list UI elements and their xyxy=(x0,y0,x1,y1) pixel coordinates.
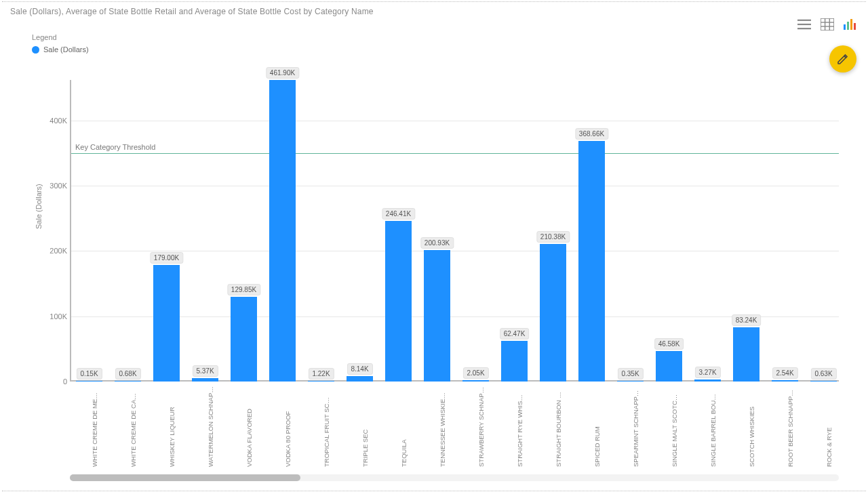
x-axis-labels: WHITE CREME DE ME…WHITE CREME DE CA…WHIS… xyxy=(70,386,839,474)
toolbar xyxy=(797,17,858,32)
bar-slot: 83.24K xyxy=(727,80,766,382)
bar-slot: 2.05K xyxy=(456,80,495,382)
list-icon[interactable] xyxy=(797,17,812,32)
svg-rect-10 xyxy=(850,19,852,30)
bar-slot: 46.58K xyxy=(650,80,688,382)
svg-rect-3 xyxy=(821,18,834,30)
bar[interactable]: 2.05K xyxy=(462,380,489,382)
bar-value-label: 200.93K xyxy=(420,237,454,249)
svg-rect-11 xyxy=(854,23,856,30)
bar-slot: 0.68K xyxy=(108,80,147,382)
svg-rect-1 xyxy=(797,24,811,25)
bar-slot: 62.47K xyxy=(495,80,534,382)
bar-slot: 0.15K xyxy=(70,80,108,382)
bar[interactable]: 46.58K xyxy=(656,351,682,382)
bar[interactable]: 2.54K xyxy=(772,380,798,382)
bar[interactable]: 179.00K xyxy=(153,265,180,382)
svg-rect-2 xyxy=(797,28,811,29)
x-tick-label: STRAIGHT RYE WHIS… xyxy=(516,386,524,467)
bar-value-label: 2.54K xyxy=(772,367,797,379)
bar-value-label: 0.68K xyxy=(115,368,140,379)
bar-value-label: 368.66K xyxy=(575,128,608,140)
bar-value-label: 83.24K xyxy=(732,314,762,326)
svg-rect-0 xyxy=(797,20,811,21)
x-tick-label: WATERMELON SCHNAP… xyxy=(207,386,214,467)
bar[interactable]: 8.14K xyxy=(347,376,373,382)
bar[interactable]: 461.90K xyxy=(269,80,296,382)
bar-slot: 3.27K xyxy=(688,80,727,382)
bar[interactable]: 246.41K xyxy=(385,221,412,382)
x-tick-label: STRAIGHT BOURBON … xyxy=(555,386,562,467)
bar-slot: 5.37K xyxy=(186,80,224,382)
x-tick-label: WHISKEY LIQUEUR xyxy=(168,386,176,467)
y-tick-label: 0 xyxy=(43,377,67,386)
bar-slot: 246.41K xyxy=(379,80,418,382)
bar-value-label: 461.90K xyxy=(266,67,299,79)
bar-value-label: 62.47K xyxy=(500,328,530,339)
svg-rect-9 xyxy=(847,22,849,30)
x-tick-label: SINGLE MALT SCOTC… xyxy=(671,386,678,467)
legend-item[interactable]: Sale (Dollars) xyxy=(32,45,89,54)
bar[interactable]: 3.27K xyxy=(694,379,721,382)
x-tick-label: SCOTCH WHISKIES xyxy=(748,386,755,467)
bar[interactable]: 83.24K xyxy=(733,327,760,382)
bar-value-label: 179.00K xyxy=(150,252,183,264)
bar-slot: 0.63K xyxy=(804,80,843,382)
bar-value-label: 0.63K xyxy=(810,368,836,379)
bar-slot: 179.00K xyxy=(147,80,186,382)
bar[interactable]: 0.63K xyxy=(810,381,837,382)
bar-value-label: 129.85K xyxy=(227,284,260,295)
x-tick-label: SPICED RUM xyxy=(593,386,601,467)
bar-value-label: 3.27K xyxy=(694,367,720,378)
x-tick-label: STRAWBERRY SCHNAP… xyxy=(477,386,485,467)
bar-value-label: 8.14K xyxy=(347,363,372,375)
legend-item-label: Sale (Dollars) xyxy=(43,45,89,54)
y-tick-label: 100K xyxy=(43,312,67,321)
table-icon[interactable] xyxy=(820,17,835,32)
legend: Legend Sale (Dollars) xyxy=(32,33,89,54)
bar-slot: 8.14K xyxy=(340,80,379,382)
bar-slot: 200.93K xyxy=(418,80,456,382)
bar-slot: 210.38K xyxy=(534,80,572,382)
bar-value-label: 0.35K xyxy=(617,368,643,379)
bar[interactable]: 129.85K xyxy=(231,297,257,382)
bar[interactable]: 62.47K xyxy=(501,341,528,382)
bar-slot: 461.90K xyxy=(263,80,302,382)
x-tick-label: SPEARMINT SCHNAPP… xyxy=(632,386,639,467)
bar[interactable]: 210.38K xyxy=(540,244,566,382)
bar[interactable]: 0.15K xyxy=(76,381,102,382)
bar-slot: 129.85K xyxy=(224,80,263,382)
plot-area: 0100K200K300K400KKey Category Threshold … xyxy=(70,80,839,382)
y-axis-label: Sale (Dollars) xyxy=(35,184,43,229)
scrollbar-thumb[interactable] xyxy=(70,474,300,481)
x-tick-label: ROOT BEER SCHNAPP… xyxy=(787,386,794,467)
chart-icon[interactable] xyxy=(843,17,858,32)
bar-value-label: 210.38K xyxy=(536,231,570,243)
legend-swatch xyxy=(32,46,39,54)
bar-value-label: 46.58K xyxy=(654,338,684,350)
bar-slot: 368.66K xyxy=(572,80,611,382)
x-tick-label: TENNESSEE WHISKIE… xyxy=(439,386,446,467)
bar[interactable]: 5.37K xyxy=(192,378,218,382)
x-tick-label: TROPICAL FRUIT SC… xyxy=(323,386,330,467)
bar[interactable]: 0.68K xyxy=(115,381,141,382)
bar-value-label: 2.05K xyxy=(462,367,488,379)
y-tick-label: 300K xyxy=(43,182,67,190)
bar-slot: 2.54K xyxy=(766,80,804,382)
x-tick-label: WHITE CREME DE ME… xyxy=(91,386,98,467)
chart-title: Sale (Dollars), Average of State Bottle … xyxy=(10,7,374,16)
y-tick-label: 200K xyxy=(43,247,67,255)
edit-button[interactable] xyxy=(829,45,856,73)
y-tick-label: 400K xyxy=(43,117,67,125)
bar[interactable]: 1.22K xyxy=(308,381,334,382)
bar[interactable]: 368.66K xyxy=(578,141,605,382)
bar-slot: 0.35K xyxy=(611,80,650,382)
x-tick-label: SINGLE BARREL BOU… xyxy=(709,386,717,467)
bar-value-label: 5.37K xyxy=(192,365,218,377)
svg-rect-8 xyxy=(844,24,846,30)
x-tick-label: ROCK & RYE xyxy=(825,386,833,467)
bar-value-label: 246.41K xyxy=(382,208,415,220)
bar[interactable]: 200.93K xyxy=(424,250,450,382)
horizontal-scrollbar[interactable] xyxy=(70,474,839,481)
bar[interactable]: 0.35K xyxy=(617,381,644,382)
